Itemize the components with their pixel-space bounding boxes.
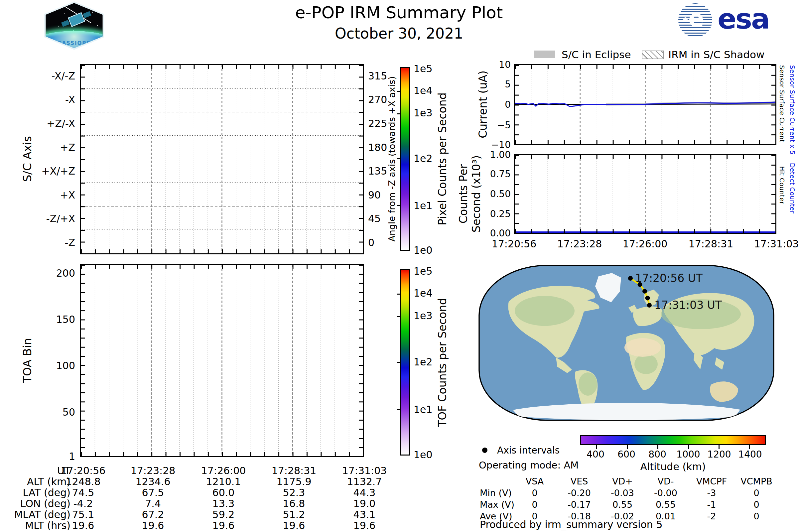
colorbar-tick	[397, 316, 401, 317]
esa-logo-text: esa	[718, 3, 769, 35]
altitude-bar-label: Altitude (km)	[640, 461, 706, 473]
track-end-label: 17:31:03 UT	[654, 299, 722, 311]
sc-axis-grid	[81, 65, 363, 253]
counts-right-ticks	[772, 155, 775, 233]
eph-value: 17:26:00	[197, 465, 250, 476]
voltage-header: VD+	[601, 476, 644, 487]
eph-value: 67.2	[126, 509, 179, 520]
colorbar-tick	[397, 205, 401, 206]
current-right-ticks	[772, 65, 775, 144]
pixel-cb-tick: 1e4	[414, 85, 433, 96]
eph-row-mlat: MLAT (deg) 75.1 67.2 59.2 51.2 43.1	[0, 509, 402, 520]
alt-tick	[596, 445, 597, 449]
colorbar-tick	[397, 293, 401, 294]
sc-axis-cat: -Z/+X	[0, 213, 75, 225]
eph-value: 59.2	[197, 509, 250, 520]
current-left-ticks	[515, 65, 519, 144]
counts-ytick: 1.00	[479, 149, 511, 160]
pixel-cb-tick: 1e3	[414, 107, 433, 119]
angle-tick: 90	[368, 189, 381, 201]
sc-axis-cat: +Z/-X	[0, 118, 75, 129]
eph-row-lon: LON (deg) -4.2 7.4 13.3 16.8 19.0	[0, 498, 402, 509]
sc-axis-right-ticks	[359, 65, 363, 253]
eph-value: -4.2	[57, 498, 110, 509]
page-title: e-POP IRM Summary Plot	[295, 3, 503, 22]
pixel-colorbar	[400, 67, 410, 251]
voltage-header: VCMPB	[735, 476, 778, 487]
angle-tick: 45	[368, 213, 381, 225]
voltage-value: 0.55	[644, 499, 687, 510]
voltage-header: VES	[557, 476, 601, 487]
voltage-value: 0	[513, 488, 556, 498]
page-date: October 30, 2021	[335, 25, 463, 42]
eph-value: 17:28:31	[267, 465, 321, 476]
operating-mode-label: Operating mode: AM	[479, 459, 578, 471]
sc-axis-cat: -X	[0, 94, 75, 106]
tof-cb-tick: 1e1	[414, 404, 433, 415]
alt-tick	[688, 445, 689, 449]
current-ytick: −10	[486, 139, 511, 150]
voltage-header: VD-	[644, 476, 687, 487]
sc-axis-cat: -X/-Z	[0, 70, 75, 82]
eph-row-lat: LAT (deg) 74.5 67.5 60.0 52.3 44.3	[0, 487, 402, 498]
shadow-legend-swatch	[642, 51, 664, 59]
eph-row-alt: ALT (km) 1248.8 1234.6 1210.1 1175.9 113…	[0, 476, 402, 487]
counts-panel	[514, 154, 776, 234]
eph-value: 17:20:56	[57, 465, 110, 476]
shadow-legend-label: IRM in S/C Shadow	[668, 49, 764, 60]
counts-plot	[515, 155, 775, 233]
eph-value: 19.6	[57, 520, 110, 531]
eph-value: 7.4	[126, 498, 179, 509]
alt-tick-label: 800	[648, 449, 666, 460]
eph-value: 16.8	[267, 498, 321, 509]
cassiope-label: CASSIOPE	[43, 40, 105, 46]
counts-bottom-ticks	[515, 229, 775, 233]
eph-row-mlt: MLT (hrs) 19.6 19.6 19.6 19.6 19.6	[0, 520, 402, 531]
alt-tick	[749, 445, 750, 449]
colorbar-tick	[397, 158, 401, 159]
voltage-value: -0.03	[601, 488, 644, 498]
voltage-value: 0	[735, 488, 778, 498]
toa-ytick: 1	[0, 451, 75, 462]
toa-top-ticks	[81, 265, 363, 269]
stars	[53, 10, 54, 11]
current-plot	[515, 65, 775, 144]
sc-axis-cat: +X	[0, 189, 75, 201]
voltage-value: -1	[690, 499, 733, 510]
eph-row-ut: UT 17:20:56 17:23:28 17:26:00 17:28:31 1…	[0, 465, 402, 476]
counts-ytick: 0.50	[479, 189, 511, 200]
pixel-cb-tick: 1e5	[414, 63, 433, 75]
time-xtick: 17:28:31	[689, 238, 734, 250]
toa-bottom-ticks	[81, 452, 363, 456]
eph-value: 1132.7	[338, 476, 391, 488]
angle-tick: 225	[368, 118, 387, 129]
pixel-cb-tick: 1e1	[414, 200, 433, 211]
epop-irm-summary-page: CASSIOPE e-POP IRM Summary Plot October …	[0, 0, 798, 532]
toa-ytick: 200	[0, 267, 75, 279]
eph-value: 19.0	[338, 498, 391, 509]
eph-value: 43.1	[338, 509, 391, 520]
altitude-colorbar	[580, 435, 766, 445]
track-start-label: 17:20:56 UT	[635, 272, 703, 285]
tof-cb-tick: 1e5	[414, 265, 433, 277]
angle-tick: 180	[368, 141, 387, 153]
eph-value: 74.5	[57, 487, 110, 498]
eph-value: 1248.8	[57, 476, 110, 488]
current-ytick: 10	[486, 59, 511, 70]
time-xtick: 17:20:56	[492, 238, 537, 250]
alt-tick	[719, 445, 720, 449]
eph-value: 19.6	[338, 520, 391, 531]
eph-value: 17:31:03	[338, 465, 391, 476]
sc-axis-top-ticks	[81, 65, 363, 69]
toa-grid	[81, 265, 363, 456]
toa-ytick: 150	[0, 314, 75, 325]
toa-left-ticks	[81, 265, 85, 456]
axis-intervals-label: Axis intervals	[497, 445, 559, 456]
voltage-value: -0.20	[557, 488, 601, 498]
eph-value: 51.2	[267, 509, 321, 520]
alt-tick-label: 1400	[738, 449, 762, 460]
tof-cb-tick: 1e2	[414, 356, 433, 368]
current-ytick: 5	[486, 79, 511, 90]
alt-tick-label: 600	[618, 449, 635, 460]
current-right-label-blue: Sensor Surface Current x 5	[789, 65, 796, 155]
